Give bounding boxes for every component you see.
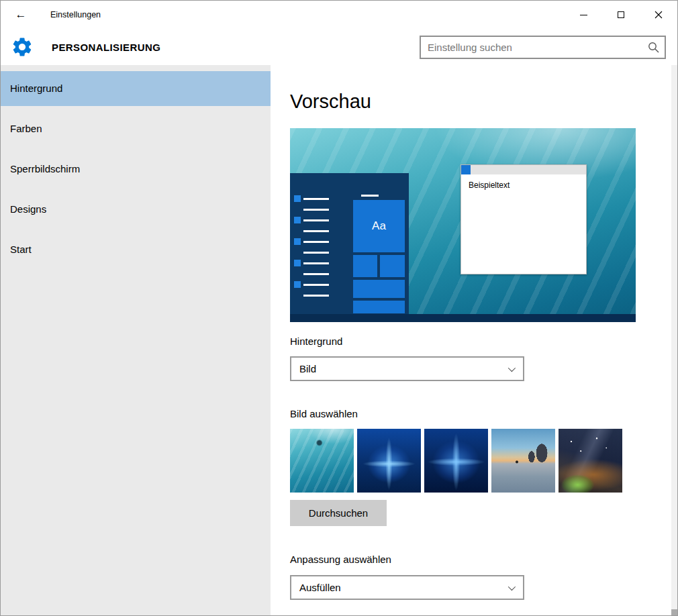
close-button[interactable]	[640, 1, 677, 29]
preview-aa-tile: Aa	[353, 200, 405, 252]
close-icon	[655, 11, 663, 19]
minimize-button[interactable]	[565, 1, 602, 29]
caption-buttons	[565, 1, 677, 29]
preview-sample-window-titlebar	[461, 165, 586, 174]
thumbnail-windows-10-hero-dark[interactable]	[424, 429, 488, 493]
back-button[interactable]: ←	[1, 1, 41, 29]
titlebar: ← Einstellungen	[1, 1, 677, 29]
vertical-scrollbar[interactable]	[671, 65, 677, 615]
thumbnail-windows-10-hero-blue[interactable]	[357, 429, 421, 493]
preview-taskbar	[290, 314, 636, 322]
choose-image-label: Bild auswählen	[290, 408, 358, 420]
sidebar-item-designs[interactable]: Designs	[1, 192, 271, 227]
search-input[interactable]	[428, 42, 644, 53]
thumbnail-beach-rocks-sunset[interactable]	[491, 429, 555, 493]
preview-start-tiles: Aa	[353, 195, 405, 313]
preview-start-menu: Aa	[290, 173, 409, 314]
sidebar-item-sperrbildschirm[interactable]: Sperrbildschirm	[1, 152, 271, 187]
browse-button[interactable]: Durchsuchen	[290, 500, 387, 526]
sidebar-item-farben[interactable]: Farben	[1, 111, 271, 146]
thumbnail-night-sky-tent[interactable]	[559, 429, 622, 493]
search-icon	[648, 42, 659, 53]
preview-start-menu-list	[294, 193, 329, 301]
background-dropdown[interactable]: Bild	[290, 356, 524, 381]
search-box[interactable]	[420, 36, 666, 59]
minimize-icon	[580, 15, 587, 15]
fit-label: Anpassung auswählen	[290, 554, 391, 566]
sidebar-item-start[interactable]: Start	[1, 232, 271, 267]
fit-dropdown[interactable]: Ausfüllen	[290, 575, 524, 600]
back-arrow-icon: ←	[15, 8, 27, 21]
preview-aa-tile-label: Aa	[372, 219, 386, 233]
sidebar: Hintergrund Farben Sperrbildschirm Desig…	[1, 65, 271, 615]
preview-sample-text: Beispieltext	[461, 174, 586, 190]
sidebar-item-hintergrund[interactable]: Hintergrund	[1, 71, 271, 106]
desktop-preview-image: Aa Beispieltext	[290, 128, 636, 322]
main-panel: Vorschau	[271, 65, 677, 615]
preview-heading: Vorschau	[290, 90, 371, 113]
thumbnail-underwater-swimmer[interactable]	[290, 429, 354, 493]
background-dropdown-value: Bild	[299, 363, 316, 374]
fit-dropdown-value: Ausfüllen	[299, 582, 341, 593]
background-thumbnails	[290, 429, 622, 493]
preview-sample-window-icon	[461, 165, 471, 174]
maximize-button[interactable]	[602, 1, 640, 29]
maximize-icon	[618, 11, 624, 18]
page-header: PERSONALISIERUNG	[1, 29, 677, 65]
chevron-down-icon	[508, 582, 516, 590]
page-title: PERSONALISIERUNG	[52, 42, 160, 53]
preview-sample-window: Beispieltext	[461, 164, 587, 274]
window-title: Einstellungen	[50, 10, 101, 19]
background-label: Hintergrund	[290, 336, 342, 348]
content-area: Hintergrund Farben Sperrbildschirm Desig…	[1, 65, 677, 615]
settings-window: ← Einstellungen PERSONALISIERUNG	[0, 0, 678, 616]
scrollbar-corner	[671, 609, 677, 615]
gear-icon	[11, 36, 34, 58]
chevron-down-icon	[508, 364, 516, 371]
